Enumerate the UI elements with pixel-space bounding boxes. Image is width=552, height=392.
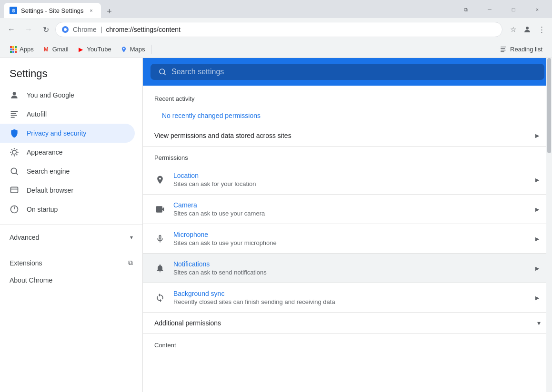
window-controls: ⧉ ─ □ × — [455, 3, 548, 16]
svg-rect-34 — [11, 189, 18, 190]
sidebar-item-on-startup[interactable]: On startup — [0, 200, 135, 219]
view-permissions-row[interactable]: View permissions and data stored across … — [143, 125, 552, 147]
profile-button[interactable] — [521, 23, 534, 36]
svg-point-29 — [16, 149, 18, 150]
active-tab[interactable]: ⚙ Settings - Site Settings × — [4, 3, 101, 18]
svg-point-26 — [17, 152, 19, 153]
reading-list-icon — [500, 46, 507, 53]
svg-point-37 — [160, 69, 165, 74]
refresh-button[interactable]: ↻ — [38, 22, 53, 37]
svg-point-28 — [16, 154, 18, 156]
sidebar-item-search-engine[interactable]: Search engine — [0, 162, 135, 181]
background-sync-desc: Recently closed sites can finish sending… — [173, 298, 526, 305]
microphone-text: Microphone Sites can ask to use your mic… — [173, 231, 526, 246]
close-button[interactable]: × — [526, 3, 548, 16]
location-title: Location — [173, 172, 526, 179]
search-input[interactable] — [171, 68, 537, 76]
svg-rect-14 — [501, 48, 505, 49]
default-browser-label: Default browser — [27, 186, 73, 194]
bookmark-maps[interactable]: Maps — [116, 44, 149, 55]
recent-activity-section: Recent activity No recently changed perm… — [143, 86, 552, 125]
close-tab-button[interactable]: × — [88, 7, 95, 14]
restore-button[interactable]: ⧉ — [455, 3, 477, 16]
svg-rect-4 — [12, 46, 14, 48]
tab-favicon: ⚙ — [10, 7, 17, 14]
minimize-button[interactable]: ─ — [479, 3, 501, 16]
microphone-arrow-icon: ► — [534, 235, 541, 243]
bookmark-youtube[interactable]: ▶ YouTube — [73, 44, 115, 55]
content-section-label: Content — [143, 334, 552, 353]
svg-rect-13 — [501, 47, 506, 47]
sidebar-item-you-and-google[interactable]: You and Google — [0, 86, 135, 105]
camera-permission-row[interactable]: Camera Sites can ask to use your camera … — [143, 195, 552, 224]
sidebar-advanced-item[interactable]: Advanced ▾ — [0, 229, 142, 246]
bookmark-star-button[interactable]: ☆ — [506, 23, 520, 36]
sidebar-item-appearance[interactable]: Appearance — [0, 143, 135, 162]
svg-point-27 — [11, 149, 12, 150]
notifications-title: Notifications — [173, 260, 526, 268]
address-bar[interactable]: Chrome | chrome://settings/content — [55, 22, 502, 37]
svg-line-32 — [16, 173, 18, 175]
sidebar-item-autofill[interactable]: Autofill — [0, 105, 135, 124]
svg-point-23 — [14, 148, 15, 149]
no-activity-message: No recently changed permissions — [154, 106, 541, 125]
location-desc: Sites can ask for your location — [173, 180, 526, 187]
svg-point-1 — [64, 28, 67, 31]
scrollbar-thumb[interactable] — [547, 58, 551, 153]
search-icon — [158, 68, 167, 76]
youtube-label: YouTube — [87, 46, 111, 53]
gmail-label: Gmail — [52, 46, 69, 53]
sidebar-item-privacy[interactable]: Privacy and security — [0, 124, 135, 143]
sidebar-item-default-browser[interactable]: Default browser — [0, 181, 135, 200]
notifications-desc: Sites can ask to send notifications — [173, 269, 526, 276]
camera-desc: Sites can ask to use your camera — [173, 210, 526, 217]
svg-rect-18 — [11, 111, 18, 112]
you-and-google-icon — [10, 90, 19, 100]
autofill-label: Autofill — [27, 110, 47, 118]
chrome-menu-button[interactable]: ⋮ — [535, 23, 548, 36]
sidebar-item-about[interactable]: About Chrome — [0, 272, 142, 289]
extensions-external-icon: ⧉ — [128, 259, 133, 267]
search-bar-wrapper — [143, 58, 552, 86]
profile-icon — [523, 25, 532, 34]
on-startup-label: On startup — [27, 206, 58, 213]
permissions-label: Permissions — [143, 147, 552, 165]
microphone-permission-row[interactable]: Microphone Sites can ask to use your mic… — [143, 224, 552, 254]
svg-rect-9 — [10, 51, 12, 53]
sidebar-divider — [0, 225, 142, 225]
new-tab-button[interactable]: + — [103, 5, 116, 18]
apps-icon — [10, 46, 17, 53]
bookmark-gmail[interactable]: M Gmail — [39, 44, 72, 55]
settings-content: Recent activity No recently changed perm… — [143, 86, 552, 353]
sidebar-extensions-item[interactable]: Extensions ⧉ — [0, 254, 142, 272]
about-label: About Chrome — [10, 276, 52, 284]
camera-title: Camera — [173, 201, 526, 209]
location-text: Location Sites can ask for your location — [173, 172, 526, 187]
view-permissions-text: View permissions and data stored across … — [154, 132, 534, 139]
back-button[interactable]: ← — [4, 22, 19, 37]
youtube-icon: ▶ — [77, 46, 85, 53]
location-icon — [154, 174, 166, 186]
forward-button[interactable]: → — [21, 22, 36, 37]
bookmark-apps[interactable]: Apps — [6, 44, 38, 55]
notifications-permission-row[interactable]: Notifications Sites can ask to send noti… — [143, 254, 552, 283]
advanced-label: Advanced — [10, 234, 130, 241]
apps-label: Apps — [20, 46, 34, 53]
svg-rect-5 — [15, 46, 17, 48]
search-engine-label: Search engine — [27, 167, 70, 175]
additional-permissions-row[interactable]: Additional permissions ▾ — [143, 313, 552, 334]
reading-list-button[interactable]: Reading list — [496, 44, 546, 55]
location-permission-row[interactable]: Location Sites can ask for your location… — [143, 165, 552, 195]
background-sync-icon — [154, 292, 166, 304]
content-area[interactable]: Recent activity No recently changed perm… — [143, 58, 552, 392]
background-sync-row[interactable]: Background sync Recently closed sites ca… — [143, 283, 552, 313]
sidebar: Settings You and Google Autofil — [0, 58, 143, 392]
background-sync-text: Background sync Recently closed sites ca… — [173, 290, 526, 305]
microphone-desc: Sites can ask to use your microphone — [173, 239, 526, 246]
scrollbar-track — [546, 58, 552, 392]
you-and-google-label: You and Google — [27, 91, 74, 99]
microphone-title: Microphone — [173, 231, 526, 238]
maximize-button[interactable]: □ — [502, 3, 524, 16]
location-arrow-icon: ► — [534, 176, 541, 184]
search-bar — [151, 64, 544, 80]
